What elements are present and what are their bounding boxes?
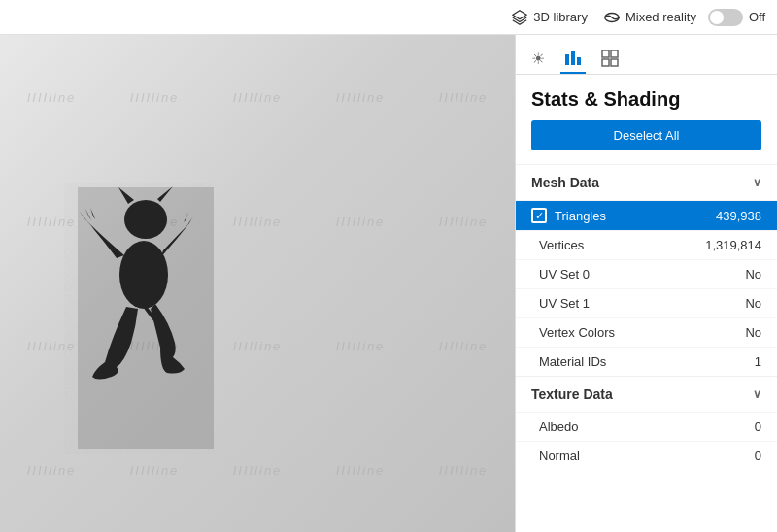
uv-set-1-value: No xyxy=(745,296,761,311)
library-button[interactable]: 3D library xyxy=(511,9,588,26)
tab-sun[interactable]: ☀ xyxy=(527,44,549,74)
triangles-row[interactable]: Triangles 439,938 xyxy=(516,200,777,230)
normal-label: Normal xyxy=(539,449,755,463)
texture-chevron-icon: ∨ xyxy=(753,387,761,401)
deselect-all-button[interactable]: Deselect All xyxy=(531,120,761,150)
watermark-cell: IIIIline xyxy=(412,159,515,283)
tab-grid[interactable] xyxy=(597,44,623,73)
watermark-cell: IIIIline xyxy=(412,35,515,159)
watermark-cell: IIIIline xyxy=(309,159,412,283)
texture-data-label: Texture Data xyxy=(531,386,613,402)
normal-row: Normal 0 xyxy=(516,441,777,470)
vertices-value: 1,319,814 xyxy=(705,238,761,252)
triangles-value: 439,938 xyxy=(716,209,761,223)
library-label: 3D library xyxy=(533,10,588,24)
albedo-row: Albedo 0 xyxy=(516,412,777,441)
uv-set-0-value: No xyxy=(745,267,761,282)
mesh-chevron-icon: ∨ xyxy=(753,176,761,189)
tab-chart[interactable] xyxy=(560,43,586,74)
normal-value: 0 xyxy=(755,449,761,463)
watermark-cell: IIIIline xyxy=(309,408,412,532)
vertex-colors-value: No xyxy=(745,325,761,340)
viewport[interactable]: IIIIline IIIIline IIIIline IIIIline IIII… xyxy=(0,35,515,532)
mixed-reality-label: Mixed reality xyxy=(625,10,696,24)
mesh-data-header[interactable]: Mesh Data ∨ xyxy=(516,164,777,200)
character-silhouette xyxy=(58,183,214,454)
vertex-colors-row: Vertex Colors No xyxy=(516,317,777,347)
vertex-colors-label: Vertex Colors xyxy=(539,325,745,340)
sun-icon: ☀ xyxy=(531,50,545,68)
watermark-cell: IIIIline xyxy=(412,408,515,532)
svg-rect-6 xyxy=(565,54,569,65)
watermark-cell: IIIIline xyxy=(206,35,309,159)
toggle-container: Off xyxy=(708,9,765,26)
off-label: Off xyxy=(749,10,765,24)
top-bar: 3D library Mixed reality Off xyxy=(0,0,777,35)
mixed-reality-icon xyxy=(603,9,621,26)
svg-rect-8 xyxy=(577,57,581,65)
mixed-reality-button[interactable]: Mixed reality xyxy=(603,9,696,26)
texture-data-header[interactable]: Texture Data ∨ xyxy=(516,376,777,412)
panel-title: Stats & Shading xyxy=(516,75,777,120)
mesh-data-label: Mesh Data xyxy=(531,175,599,190)
svg-rect-9 xyxy=(602,50,609,57)
svg-rect-10 xyxy=(611,50,618,57)
svg-rect-12 xyxy=(611,59,618,66)
uv-set-0-row: UV Set 0 No xyxy=(516,259,777,288)
watermark-cell: IIIIline xyxy=(0,35,103,159)
triangles-checkbox[interactable] xyxy=(531,208,547,223)
mixed-reality-toggle[interactable] xyxy=(708,9,743,26)
uv-set-1-label: UV Set 1 xyxy=(539,296,745,311)
watermark-cell: IIIIline xyxy=(206,283,309,408)
panel-tabs: ☀ xyxy=(516,35,777,75)
library-icon xyxy=(511,9,528,26)
svg-rect-7 xyxy=(571,51,575,65)
albedo-label: Albedo xyxy=(539,419,755,434)
watermark-cell: IIIIline xyxy=(309,283,412,408)
vertices-row: Vertices 1,319,814 xyxy=(516,230,777,259)
svg-rect-11 xyxy=(602,59,609,66)
main-content: IIIIline IIIIline IIIIline IIIIline IIII… xyxy=(0,35,777,532)
vertices-label: Vertices xyxy=(539,238,705,252)
watermark-cell: IIIIline xyxy=(412,283,515,408)
grid-icon xyxy=(601,50,619,67)
right-panel: ☀ Stats & Shading Deselect xyxy=(515,35,777,532)
watermark-cell: IIIIline xyxy=(103,35,206,159)
watermark-cell: IIIIline xyxy=(309,35,412,159)
material-ids-row: Material IDs 1 xyxy=(516,347,777,376)
watermark-cell: IIIIline xyxy=(206,159,309,283)
material-ids-value: 1 xyxy=(755,354,761,369)
chart-icon xyxy=(564,49,582,66)
triangles-label: Triangles xyxy=(555,209,716,223)
watermark-cell: IIIIline xyxy=(206,408,309,532)
uv-set-0-label: UV Set 0 xyxy=(539,267,745,282)
albedo-value: 0 xyxy=(755,419,761,434)
uv-set-1-row: UV Set 1 No xyxy=(516,288,777,317)
svg-rect-5 xyxy=(78,187,214,449)
material-ids-label: Material IDs xyxy=(539,354,755,369)
